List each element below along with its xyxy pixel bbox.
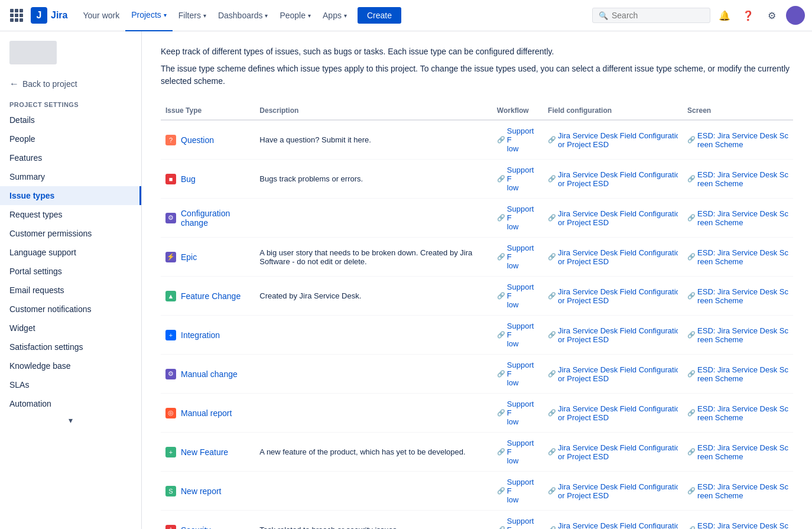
- nav-apps[interactable]: Apps▾: [317, 0, 353, 31]
- workflow-link[interactable]: 🔗 Support Flow: [497, 205, 538, 231]
- create-button[interactable]: Create: [358, 7, 401, 24]
- screen-icon: 🔗: [687, 409, 696, 417]
- field-config-icon: 🔗: [548, 526, 556, 529]
- workflow-link[interactable]: 🔗 Support Flow: [497, 244, 538, 270]
- sidebar-item-email-requests[interactable]: Email requests: [0, 281, 141, 300]
- sidebar-item-satisfaction-settings[interactable]: Satisfaction settings: [0, 337, 141, 356]
- field-config-icon: 🔗: [548, 136, 556, 144]
- workflow-link[interactable]: 🔗 Support Flow: [497, 361, 538, 387]
- field-config-cell-6: 🔗 Jira Service Desk Field Configuration …: [543, 355, 683, 394]
- screen-icon: 🔗: [687, 487, 696, 495]
- issue-description-cell-1: Bugs track problems or errors.: [255, 160, 492, 199]
- workflow-link[interactable]: 🔗 Support Flow: [497, 478, 538, 504]
- screen-link[interactable]: 🔗 ESD: Jira Service Desk Screen Scheme: [687, 521, 788, 530]
- nav-projects[interactable]: Projects▾: [125, 0, 173, 31]
- sidebar-item-customer-notifications[interactable]: Customer notifications: [0, 300, 141, 319]
- scheme-text: The issue type scheme defines which issu…: [161, 63, 793, 87]
- workflow-link[interactable]: 🔗 Support Flow: [497, 400, 538, 426]
- workflow-icon: 🔗: [497, 487, 505, 495]
- workflow-link[interactable]: 🔗 Support Flow: [497, 165, 538, 192]
- field-config-link[interactable]: 🔗 Jira Service Desk Field Configuration …: [548, 287, 678, 305]
- issue-icon: ◎: [165, 408, 176, 418]
- issue-name-link[interactable]: New Feature: [181, 447, 228, 457]
- issue-types-table: Issue Type Description Workflow Field co…: [161, 102, 793, 529]
- screen-link[interactable]: 🔗 ESD: Jira Service Desk Screen Scheme: [687, 443, 788, 461]
- sidebar-item-details[interactable]: Details: [0, 111, 141, 129]
- field-config-link[interactable]: 🔗 Jira Service Desk Field Configuration …: [548, 521, 678, 530]
- sidebar-item-summary[interactable]: Summary: [0, 167, 141, 186]
- screen-icon: 🔗: [687, 214, 696, 222]
- nav-dashboards[interactable]: Dashboards▾: [212, 0, 274, 31]
- user-avatar[interactable]: [786, 6, 805, 25]
- sidebar-item-request-types[interactable]: Request types: [0, 205, 141, 224]
- sidebar-item-customer-permissions[interactable]: Customer permissions: [0, 224, 141, 243]
- screen-link[interactable]: 🔗 ESD: Jira Service Desk Screen Scheme: [687, 287, 788, 305]
- screen-link[interactable]: 🔗 ESD: Jira Service Desk Screen Scheme: [687, 482, 788, 500]
- issue-name-link[interactable]: Manual report: [181, 408, 232, 418]
- screen-link[interactable]: 🔗 ESD: Jira Service Desk Screen Scheme: [687, 170, 788, 188]
- field-config-link[interactable]: 🔗 Jira Service Desk Field Configuration …: [548, 404, 678, 422]
- back-icon: ←: [9, 79, 19, 89]
- workflow-cell-10: 🔗 Support Flow: [492, 511, 543, 530]
- sidebar-item-portal-settings[interactable]: Portal settings: [0, 262, 141, 281]
- nav-people[interactable]: People▾: [274, 0, 317, 31]
- workflow-link[interactable]: 🔗 Support Flow: [497, 517, 538, 529]
- search-input[interactable]: [612, 11, 704, 20]
- field-config-link[interactable]: 🔗 Jira Service Desk Field Configuration …: [548, 326, 678, 344]
- screen-link[interactable]: 🔗 ESD: Jira Service Desk Screen Scheme: [687, 404, 788, 422]
- field-config-link[interactable]: 🔗 Jira Service Desk Field Configuration …: [548, 365, 678, 383]
- nav-filters[interactable]: Filters▾: [173, 0, 212, 31]
- jira-logo[interactable]: J Jira: [31, 7, 67, 24]
- issue-name-link[interactable]: Feature Change: [181, 291, 241, 301]
- back-to-project-link[interactable]: ← Back to project: [0, 74, 141, 94]
- sidebar-item-automation[interactable]: Automation: [0, 394, 141, 413]
- field-config-icon: 🔗: [548, 214, 556, 222]
- workflow-icon: 🔗: [497, 175, 505, 183]
- help-button[interactable]: ❓: [739, 6, 758, 25]
- screen-link[interactable]: 🔗 ESD: Jira Service Desk Screen Scheme: [687, 248, 788, 266]
- field-config-link[interactable]: 🔗 Jira Service Desk Field Configuration …: [548, 131, 678, 149]
- field-config-link[interactable]: 🔗 Jira Service Desk Field Configuration …: [548, 248, 678, 266]
- workflow-icon: 🔗: [497, 526, 505, 529]
- field-config-link[interactable]: 🔗 Jira Service Desk Field Configuration …: [548, 443, 678, 461]
- app-switcher-button[interactable]: [7, 6, 26, 25]
- issue-name-link[interactable]: Bug: [181, 174, 196, 184]
- issue-icon: ⚙: [165, 213, 176, 223]
- issue-name-link[interactable]: Manual change: [181, 369, 238, 379]
- field-config-link[interactable]: 🔗 Jira Service Desk Field Configuration …: [548, 209, 678, 227]
- issue-name-link[interactable]: Integration: [181, 330, 220, 340]
- notifications-button[interactable]: 🔔: [715, 6, 734, 25]
- field-config-link[interactable]: 🔗 Jira Service Desk Field Configuration …: [548, 482, 678, 500]
- screen-link[interactable]: 🔗 ESD: Jira Service Desk Screen Scheme: [687, 131, 788, 149]
- issue-name-link[interactable]: Question: [181, 135, 214, 145]
- sidebar-item-issue-types[interactable]: Issue types: [0, 186, 141, 205]
- sidebar-item-slas[interactable]: SLAs: [0, 375, 141, 394]
- main-content: Keep track of different types of issues,…: [142, 31, 812, 529]
- issue-name-link[interactable]: Epic: [181, 252, 197, 262]
- issue-name-link[interactable]: Configuration change: [181, 209, 250, 228]
- workflow-link[interactable]: 🔗 Support Flow: [497, 126, 538, 153]
- issue-name-link[interactable]: Security: [181, 525, 211, 530]
- workflow-link[interactable]: 🔗 Support Flow: [497, 283, 538, 309]
- screen-cell-3: 🔗 ESD: Jira Service Desk Screen Scheme: [683, 238, 793, 277]
- sidebar-item-features[interactable]: Features: [0, 148, 141, 167]
- screen-link[interactable]: 🔗 ESD: Jira Service Desk Screen Scheme: [687, 209, 788, 227]
- screen-link[interactable]: 🔗 ESD: Jira Service Desk Screen Scheme: [687, 365, 788, 383]
- field-config-link[interactable]: 🔗 Jira Service Desk Field Configuration …: [548, 170, 678, 188]
- issue-type-cell-8: + New Feature: [161, 433, 255, 472]
- sidebar-scroll-down[interactable]: ▾: [0, 413, 141, 427]
- workflow-link[interactable]: 🔗 Support Flow: [497, 322, 538, 348]
- issue-icon: S: [165, 486, 176, 496]
- sidebar-item-knowledge-base[interactable]: Knowledge base: [0, 356, 141, 375]
- sidebar-item-people[interactable]: People: [0, 129, 141, 148]
- workflow-icon: 🔗: [497, 331, 505, 339]
- search-box[interactable]: 🔍: [592, 8, 710, 23]
- issue-name-link[interactable]: New report: [181, 486, 221, 496]
- field-config-icon: 🔗: [548, 487, 556, 495]
- sidebar-item-language-support[interactable]: Language support: [0, 243, 141, 262]
- screen-link[interactable]: 🔗 ESD: Jira Service Desk Screen Scheme: [687, 326, 788, 344]
- nav-your-work[interactable]: Your work: [77, 0, 125, 31]
- settings-button[interactable]: ⚙: [762, 6, 781, 25]
- workflow-link[interactable]: 🔗 Support Flow: [497, 439, 538, 465]
- sidebar-item-widget[interactable]: Widget: [0, 319, 141, 337]
